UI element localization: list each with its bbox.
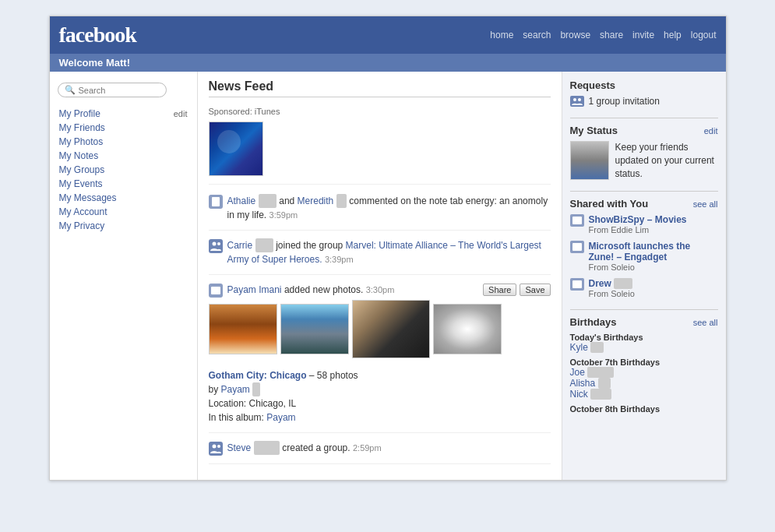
feed-item-sponsored: Sponsored: iTunes bbox=[209, 105, 551, 185]
search-box: 🔍 bbox=[58, 83, 167, 97]
birthday-group-oct8: October 8th Birthdays bbox=[570, 404, 718, 414]
shared-link-1[interactable]: Microsoft launches the Zune! – Engadget bbox=[589, 241, 718, 262]
svg-point-2 bbox=[217, 242, 220, 245]
birthday-list: Today's Birthdays Kyle October 7th Birth… bbox=[570, 333, 718, 414]
nav-invite[interactable]: invite bbox=[632, 30, 654, 41]
photo-actions: Share Save bbox=[483, 284, 550, 296]
shared-title: Shared with You see all bbox=[570, 198, 718, 210]
nav-bar: home search browse share invite help log… bbox=[490, 30, 716, 41]
nav-search[interactable]: search bbox=[523, 30, 551, 41]
meredith-link[interactable]: Meredith bbox=[298, 196, 347, 206]
search-icon: 🔍 bbox=[65, 85, 76, 95]
shared-section: Shared with You see all ShowBizSpy – Mov… bbox=[570, 198, 718, 298]
my-photos-link[interactable]: My Photos bbox=[59, 136, 104, 147]
my-account-link[interactable]: My Account bbox=[59, 206, 107, 217]
feed-group-text: Carrie joined the group Marvel: Ultimate… bbox=[227, 238, 551, 266]
my-status-section: My Status edit Keep your friends updated… bbox=[570, 125, 718, 180]
sidebar-item-my-messages: My Messages bbox=[50, 191, 197, 205]
payam-link[interactable]: Payam Imani bbox=[227, 284, 282, 295]
svg-point-6 bbox=[217, 445, 220, 448]
shared-text-0: ShowBizSpy – Movies From Eddie Lim bbox=[589, 214, 687, 234]
photo-3[interactable] bbox=[352, 300, 430, 358]
album-title[interactable]: Gotham City: Chicago bbox=[209, 370, 307, 381]
payam-by-link[interactable]: Payam bbox=[221, 384, 261, 395]
feed-group-created-text: Steve created a group. 2:59pm bbox=[227, 441, 551, 455]
shared-from-2: From Soleio bbox=[589, 289, 635, 298]
nav-help[interactable]: help bbox=[664, 30, 682, 41]
search-input[interactable] bbox=[79, 86, 160, 95]
shared-thumb-0 bbox=[570, 214, 584, 227]
my-privacy-link[interactable]: My Privacy bbox=[59, 220, 105, 231]
athalie-lastname bbox=[259, 194, 277, 208]
feed-photos-text: Payam Imani added new photos. 3:30pm Sha… bbox=[227, 283, 551, 297]
sidebar-item-my-groups: My Groups bbox=[50, 163, 197, 177]
shared-item-0: ShowBizSpy – Movies From Eddie Lim bbox=[570, 214, 718, 234]
svg-point-4 bbox=[212, 287, 213, 289]
nav-logout[interactable]: logout bbox=[691, 30, 717, 41]
app-window: facebook home search browse share invite… bbox=[49, 16, 727, 481]
birthday-nick: Nick bbox=[570, 389, 718, 400]
divider-3 bbox=[570, 309, 718, 310]
steve-link[interactable]: Steve bbox=[227, 442, 280, 453]
svg-rect-3 bbox=[211, 287, 220, 294]
shared-item-1: Microsoft launches the Zune! – Engadget … bbox=[570, 241, 718, 272]
feed-time-1: 3:59pm bbox=[269, 210, 298, 220]
my-groups-link[interactable]: My Groups bbox=[59, 164, 105, 175]
birthday-alisha: Alisha bbox=[570, 378, 718, 389]
itunes-link[interactable]: iTunes bbox=[255, 107, 280, 116]
today-birthday-label: Today's Birthdays bbox=[570, 333, 718, 342]
marvel-group-link[interactable]: Marvel: Ultimate Alliance – The World's … bbox=[227, 240, 541, 265]
svg-point-5 bbox=[212, 444, 216, 448]
group-invite-icon bbox=[570, 96, 584, 107]
meredith-lastname bbox=[336, 194, 347, 208]
photo-4[interactable] bbox=[433, 304, 502, 354]
shared-thumb-1 bbox=[570, 241, 584, 253]
nav-browse[interactable]: browse bbox=[560, 30, 590, 41]
birthdays-see-all[interactable]: see all bbox=[693, 318, 718, 327]
birthday-joe: Joe bbox=[570, 367, 718, 378]
divider-1 bbox=[570, 118, 718, 118]
facebook-logo: facebook bbox=[59, 23, 136, 48]
shared-from-1: From Soleio bbox=[589, 262, 635, 272]
save-button[interactable]: Save bbox=[520, 284, 550, 296]
svg-rect-11 bbox=[572, 280, 582, 288]
photo-1[interactable] bbox=[209, 304, 277, 354]
my-friends-link[interactable]: My Friends bbox=[59, 122, 105, 133]
shared-text-1: Microsoft launches the Zune! – Engadget … bbox=[589, 241, 718, 272]
photo-2[interactable] bbox=[280, 304, 349, 354]
svg-point-1 bbox=[212, 241, 216, 245]
oct7-birthday-label: October 7th Birthdays bbox=[570, 358, 718, 367]
right-sidebar: Requests 1 group invitation bbox=[562, 72, 726, 480]
my-messages-link[interactable]: My Messages bbox=[59, 192, 117, 203]
my-notes-link[interactable]: My Notes bbox=[59, 150, 99, 161]
shared-link-2[interactable]: Drew bbox=[589, 278, 635, 289]
nav-share[interactable]: share bbox=[600, 30, 623, 41]
drew-name: Drew bbox=[589, 278, 611, 289]
shared-see-all[interactable]: see all bbox=[693, 199, 718, 209]
sponsored-image bbox=[209, 122, 263, 176]
birthdays-title: Birthdays see all bbox=[570, 316, 718, 328]
feed-item-comment: Athalie and Meredith commented on the no… bbox=[209, 194, 551, 231]
sidebar: 🔍 My Profile edit My Friends My Photos M… bbox=[50, 72, 198, 480]
share-button[interactable]: Share bbox=[483, 284, 516, 296]
svg-rect-9 bbox=[572, 217, 582, 224]
nav-home[interactable]: home bbox=[490, 30, 513, 41]
sidebar-item-my-events: My Events bbox=[50, 177, 197, 191]
header: facebook home search browse share invite… bbox=[50, 16, 726, 54]
my-events-link[interactable]: My Events bbox=[59, 178, 103, 189]
my-profile-link[interactable]: My Profile bbox=[59, 108, 100, 119]
shared-label: Shared with You bbox=[570, 198, 649, 210]
birthdays-section: Birthdays see all Today's Birthdays Kyle… bbox=[570, 316, 718, 414]
svg-rect-10 bbox=[572, 243, 582, 251]
athalie-link[interactable]: Athalie bbox=[227, 196, 277, 206]
birthdays-label: Birthdays bbox=[570, 316, 617, 328]
sponsored-label: Sponsored: iTunes bbox=[209, 105, 551, 118]
profile-edit-link[interactable]: edit bbox=[174, 109, 188, 118]
sidebar-item-my-notes: My Notes bbox=[50, 149, 197, 163]
shared-link-0[interactable]: ShowBizSpy – Movies bbox=[589, 214, 687, 225]
carrie-link[interactable]: Carrie bbox=[227, 240, 273, 251]
drew-lastname bbox=[614, 278, 632, 289]
status-text: Keep your friends updated on your curren… bbox=[615, 141, 718, 180]
status-edit-link[interactable]: edit bbox=[704, 126, 718, 136]
payam-album-link[interactable]: Payam bbox=[266, 412, 295, 423]
